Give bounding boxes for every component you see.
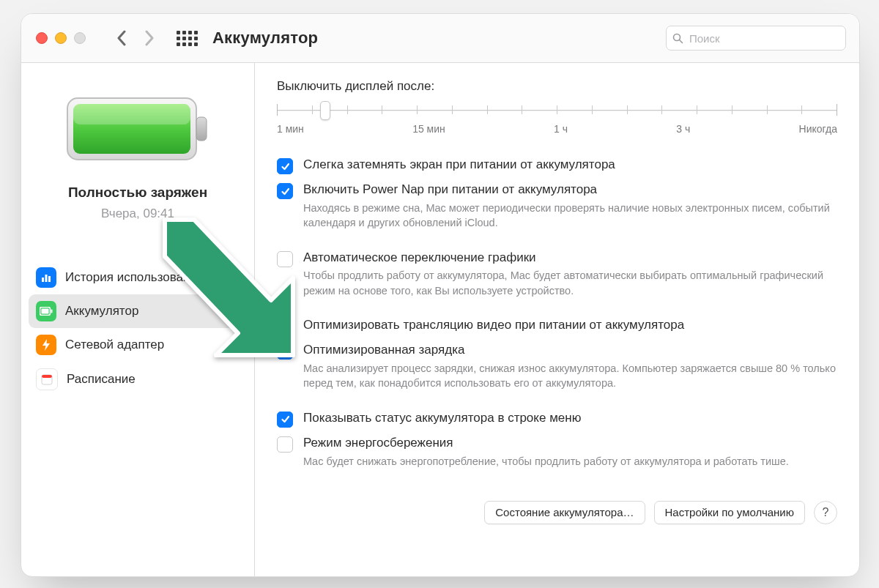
checkbox-low-power-mode[interactable] bbox=[277, 436, 293, 453]
option-desc: Mac будет снижать энергопотребление, что… bbox=[303, 454, 837, 469]
checkbox-menu-bar-status[interactable] bbox=[277, 412, 293, 428]
option-desc: Находясь в режиме сна, Mac может периоди… bbox=[303, 201, 837, 231]
preferences-window: Аккумулятор bbox=[21, 13, 860, 577]
battery-status-label: Полностью заряжен bbox=[68, 185, 207, 201]
sidebar-item-label: Аккумулятор bbox=[65, 304, 138, 319]
option-desc: Чтобы продлить работу от аккумулятора, M… bbox=[303, 268, 837, 298]
checkbox-auto-graphics[interactable] bbox=[277, 251, 293, 267]
option-row-optimize-video: Оптимизировать трансляцию видео при пита… bbox=[277, 317, 837, 335]
svg-marker-12 bbox=[42, 339, 50, 351]
checkbox-dim-display[interactable] bbox=[277, 158, 293, 174]
option-title: Показывать статус аккумулятора в строке … bbox=[303, 410, 837, 427]
help-button[interactable]: ? bbox=[814, 501, 837, 524]
option-title: Включить Power Nap при питании от аккуму… bbox=[303, 182, 837, 198]
checkbox-optimize-video[interactable] bbox=[277, 319, 293, 335]
svg-rect-11 bbox=[51, 310, 53, 313]
restore-defaults-button[interactable]: Настройки по умолчанию bbox=[654, 501, 806, 524]
slider-tick-labels: 1 мин15 мин1 ч3 чНикогда bbox=[277, 123, 837, 135]
titlebar: Аккумулятор bbox=[21, 14, 859, 63]
svg-line-1 bbox=[680, 40, 683, 42]
forward-button[interactable] bbox=[144, 30, 155, 46]
option-row-optimized-charging: Оптимизированная зарядкаMac анализирует … bbox=[277, 342, 837, 391]
show-all-button[interactable] bbox=[177, 31, 198, 46]
window-controls bbox=[36, 32, 86, 44]
option-desc: Mac анализирует процесс зарядки, снижая … bbox=[303, 361, 837, 391]
sidebar: Полностью заряжен Вчера, 09:41 История и… bbox=[21, 63, 255, 577]
search-input[interactable] bbox=[688, 31, 839, 45]
svg-rect-10 bbox=[42, 309, 49, 314]
checkbox-optimized-charging[interactable] bbox=[277, 343, 293, 360]
option-title: Оптимизировать трансляцию видео при пита… bbox=[303, 317, 837, 334]
battery-health-button[interactable]: Состояние аккумулятора… bbox=[484, 501, 645, 524]
option-row-dim-display: Слегка затемнять экран при питании от ак… bbox=[277, 157, 837, 174]
option-row-auto-graphics: Автоматическое переключение графикиЧтобы… bbox=[277, 250, 837, 299]
option-title: Режим энергосбережения bbox=[303, 435, 837, 452]
display-sleep-label: Выключить дисплей после: bbox=[277, 79, 837, 94]
slider-tick-label: 3 ч bbox=[676, 123, 690, 135]
page-title: Аккумулятор bbox=[212, 29, 318, 48]
sidebar-item-power-adapter[interactable]: Сетевой адаптер bbox=[29, 328, 247, 362]
slider-tick-label: 1 ч bbox=[554, 123, 568, 135]
option-title: Слегка затемнять экран при питании от ак… bbox=[303, 157, 837, 174]
option-title: Оптимизированная зарядка bbox=[303, 342, 837, 359]
option-row-menu-bar-status: Показывать статус аккумулятора в строке … bbox=[277, 410, 837, 428]
sidebar-item-label: Сетевой адаптер bbox=[65, 338, 164, 352]
sidebar-item-label: Расписание bbox=[67, 372, 136, 387]
zoom-window-button[interactable] bbox=[74, 32, 86, 44]
bar-chart-icon bbox=[36, 267, 56, 288]
sidebar-item-battery[interactable]: Аккумулятор bbox=[29, 294, 247, 328]
slider-tick-label: 15 мин bbox=[412, 123, 445, 135]
content-pane: Выключить дисплей после: 1 мин15 мин1 ч3… bbox=[255, 63, 859, 577]
slider-tick-label: 1 мин bbox=[277, 123, 304, 135]
battery-timestamp: Вчера, 09:41 bbox=[101, 206, 174, 221]
svg-rect-6 bbox=[42, 278, 44, 282]
search-field[interactable] bbox=[666, 26, 846, 51]
bolt-icon bbox=[36, 335, 56, 355]
close-window-button[interactable] bbox=[36, 32, 48, 44]
option-title: Автоматическое переключение графики bbox=[303, 250, 837, 267]
sidebar-item-usage-history[interactable]: История использования bbox=[29, 261, 247, 294]
option-row-low-power-mode: Режим энергосбереженияMac будет снижать … bbox=[277, 435, 837, 469]
battery-icon bbox=[36, 301, 56, 321]
slider-tick-label: Никогда bbox=[799, 123, 837, 135]
option-row-power-nap: Включить Power Nap при питании от аккуму… bbox=[277, 182, 837, 231]
svg-rect-4 bbox=[73, 104, 190, 124]
slider-knob[interactable] bbox=[320, 101, 330, 120]
minimize-window-button[interactable] bbox=[55, 32, 67, 44]
checkbox-power-nap[interactable] bbox=[277, 183, 293, 199]
svg-rect-8 bbox=[48, 276, 51, 282]
svg-rect-5 bbox=[196, 117, 207, 141]
sidebar-item-schedule[interactable]: Расписание bbox=[29, 362, 247, 397]
battery-hero-icon bbox=[64, 92, 211, 165]
search-icon bbox=[672, 33, 683, 44]
back-button[interactable] bbox=[116, 30, 127, 46]
svg-rect-14 bbox=[42, 375, 52, 378]
sidebar-item-label: История использования bbox=[65, 270, 204, 285]
display-sleep-slider[interactable] bbox=[277, 101, 837, 122]
svg-rect-7 bbox=[45, 275, 48, 282]
calendar-icon bbox=[36, 368, 58, 390]
